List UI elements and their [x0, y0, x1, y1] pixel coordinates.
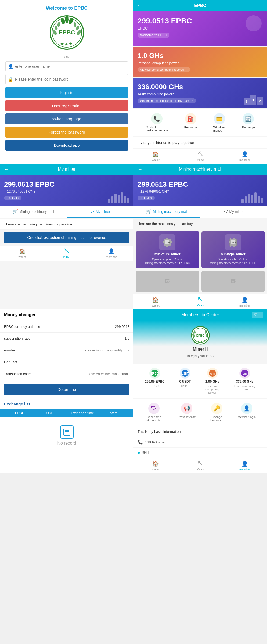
nav-wallet-label: wallet [152, 158, 160, 161]
mall-balance-card: 299.0513 EPBC ≈ 1276.949051 CNY 1.0 GHs [134, 175, 267, 206]
switch-language-button[interactable]: switch language [5, 113, 128, 124]
podium-decoration: 3 1 2 [244, 95, 263, 105]
recharge-action[interactable]: ⛽ Recharge [184, 113, 197, 132]
back-arrow-icon[interactable]: ← [137, 3, 142, 9]
mall-cart-icon: 🛒 [146, 209, 151, 214]
tab-mall-mining-mall[interactable]: 🛒 Mining machinery mall [134, 206, 200, 218]
changer-back-icon[interactable]: ← [4, 312, 9, 318]
view-team-btn[interactable]: See the number of people in my team → [138, 98, 196, 103]
miner-ghs-badge: 1.0 GHs [4, 196, 21, 200]
member-back-icon[interactable]: ← [138, 312, 142, 318]
mall-ghs-badge: 1.0 GHs [138, 196, 155, 200]
mall-nav-wallet[interactable]: 🏠 wallet [134, 297, 178, 307]
bar-3 [114, 194, 117, 203]
nav-miner[interactable]: ⛏ Miner [178, 151, 223, 161]
miner-nav-wallet-label: wallet [19, 255, 26, 258]
username-input[interactable] [5, 61, 128, 71]
member-nav-miner[interactable]: ⛏ Miner [178, 460, 223, 471]
login-button[interactable]: login in [5, 87, 128, 98]
svg-text:★: ★ [64, 42, 68, 47]
miner-back-icon[interactable]: ← [4, 167, 9, 172]
password-input[interactable] [5, 74, 128, 84]
txcode-row-label: Transaction code [4, 372, 31, 376]
real-name-label: Real nameauthentication [145, 415, 163, 422]
changer-row-ratio: subscription ratio 1:6 [0, 333, 134, 344]
mall-back-icon[interactable]: ← [138, 167, 142, 172]
team-stat-value: 336.00 GHs [236, 380, 254, 383]
deco-circle [246, 15, 262, 31]
extraction-button[interactable]: One click extraction of mining machine r… [4, 232, 129, 243]
tab-mall-my-miner[interactable]: 🛡 My miner [200, 206, 267, 218]
tab-my-miner[interactable]: 🛡 My miner [67, 206, 134, 218]
machine-miniature[interactable]: CPU [136, 231, 199, 268]
nav-member[interactable]: 👤 member [222, 151, 267, 161]
miner-balance-amount: 299.0513 EPBC [4, 180, 129, 189]
txcode-input[interactable] [84, 372, 129, 376]
forget-password-button[interactable]: Forget the password [5, 127, 128, 138]
exchange-table-header: EPBC USDT Exchange time state [0, 409, 134, 417]
svg-text:CPU: CPU [165, 241, 170, 244]
quick-actions-bar: 📞 Contactcustomer service ⛽ Recharge 💳 W… [134, 109, 267, 136]
number-input[interactable] [84, 348, 129, 352]
member-nav-wallet[interactable]: 🏠 wallet [134, 460, 178, 471]
no-record-icon [60, 425, 74, 439]
nav-wallet[interactable]: 🏠 wallet [134, 151, 178, 161]
exchange-action[interactable]: 🔄 Exchange [242, 113, 255, 132]
register-button[interactable]: User registration [5, 100, 128, 111]
action-change-password[interactable]: 🔑 ChangePassword [210, 403, 223, 422]
determine-button[interactable]: Determine [4, 384, 129, 395]
action-press-release[interactable]: 📢 Press release [178, 403, 196, 422]
mall-nav-miner[interactable]: ⛏ Miner [178, 297, 223, 307]
withdraw-action[interactable]: 💳 Withdrawmoney [213, 113, 226, 132]
wallet-icon: 🏠 [152, 151, 159, 157]
no-record-area: No record [0, 417, 134, 454]
info-phone-row: 📞 19894332575 [134, 437, 267, 448]
member-nav-member[interactable]: 👤 member [222, 460, 267, 471]
miner-nav-wallet[interactable]: 🏠 wallet [0, 248, 45, 258]
personal-computing-amount: 1.0 GHs [138, 52, 263, 60]
real-name-icon: 🛡 [148, 403, 160, 414]
changer-row-balance: EPBCcurrency balance 299.0513 [0, 321, 134, 333]
changer-row-number: number [0, 344, 134, 356]
no-record-text: No record [57, 441, 76, 446]
username-field-wrap: 👤 [5, 61, 128, 71]
machine-minitype[interactable]: CPU [201, 231, 265, 268]
header-state: state [98, 411, 129, 415]
image-placeholder-icon-1: 🖼 [165, 278, 170, 285]
mall-bar-1 [241, 199, 244, 203]
action-real-name[interactable]: 🛡 Real nameauthentication [145, 403, 163, 422]
member-login-icon: 👤 [241, 403, 252, 414]
miner-wallet-icon: 🏠 [19, 248, 26, 254]
action-member-login[interactable]: 👤 Member login [238, 403, 256, 422]
view-computing-records-btn[interactable]: View personel computing records → [138, 67, 190, 72]
contact-service-action[interactable]: 📞 Contactcustomer service [146, 113, 168, 132]
arrow-right-icon: → [185, 68, 188, 71]
lang-badge[interactable]: 语言 [252, 312, 263, 318]
mall-shield-icon: 🛡 [224, 209, 228, 214]
info-phone: 19894332575 [145, 440, 167, 444]
member-member-nav-icon: 👤 [241, 460, 248, 467]
miner-nav-miner-label: Miner [63, 255, 71, 258]
team-arrow-icon: → [190, 99, 193, 102]
mall-nav-wallet-label: wallet [152, 304, 160, 307]
miner-nav-member-label: member [106, 255, 117, 258]
machine-placeholder-2: 🖼 [201, 271, 265, 292]
mall-nav-member[interactable]: 👤 member [222, 297, 267, 307]
stat-usdt: USDT 0 USDT USDT [179, 368, 191, 394]
tab-mining-mall[interactable]: 🛒 Mining machinery mall [0, 206, 67, 218]
mall-bar-6 [258, 196, 260, 203]
tab-mall-my-miner-label: My miner [229, 210, 244, 214]
invite-section: Invite your friends to play together [134, 137, 267, 148]
podium-1: 1 [250, 95, 256, 105]
miner-nav-miner[interactable]: ⛏ Miner [45, 248, 89, 258]
mining-section-title: These are the mining machines in operati… [0, 219, 134, 229]
miner-nav-member[interactable]: 👤 member [89, 248, 134, 258]
miner-bottom-nav: 🏠 wallet ⛏ Miner 👤 member [0, 246, 134, 261]
member-icon: 👤 [241, 151, 248, 157]
download-app-button[interactable]: Download app [5, 140, 128, 151]
my-miner-panel: ← My miner 299.0513 EPBC ≈ 1276.949051 C… [0, 164, 134, 309]
member-name: Miner II [193, 347, 208, 352]
contact-service-icon: 📞 [151, 113, 163, 124]
member-integrity: Integrity value 88 [187, 354, 214, 358]
welcome-badge[interactable]: Welcome to EPBC [138, 33, 169, 38]
